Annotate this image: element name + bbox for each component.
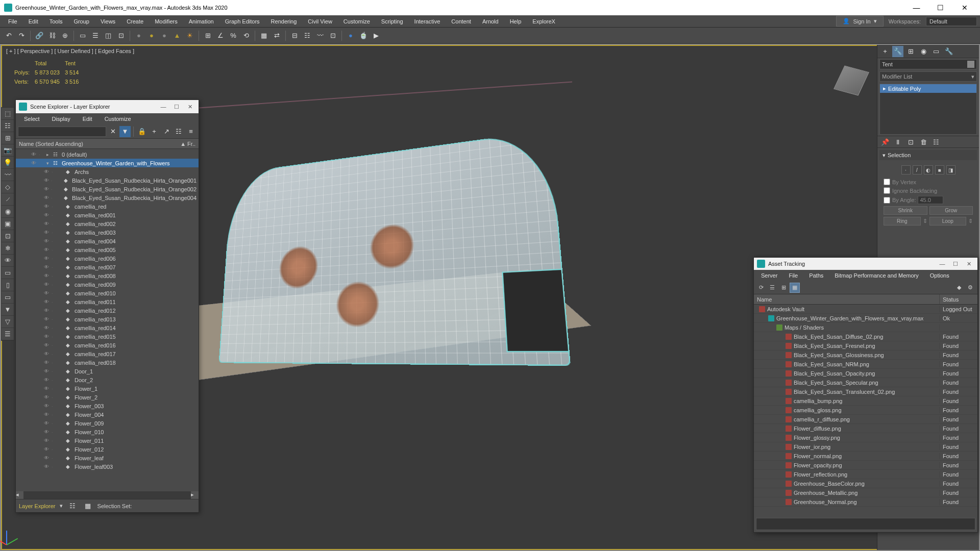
- freeze-icon[interactable]: ·: [52, 343, 58, 348]
- visibility-icon[interactable]: 👁: [44, 299, 50, 305]
- tree-row[interactable]: 👁·◆Flower_010: [16, 428, 199, 436]
- select-name-icon[interactable]: ☰: [90, 30, 101, 41]
- visibility-icon[interactable]: 👁: [44, 420, 50, 426]
- visibility-icon[interactable]: 👁: [44, 238, 50, 244]
- tree-row[interactable]: 👁·◆camellia_red012: [16, 306, 199, 315]
- freeze-icon[interactable]: ·: [52, 386, 58, 391]
- visibility-icon[interactable]: 👁: [44, 230, 50, 235]
- visibility-icon[interactable]: 👁: [44, 403, 50, 409]
- menu-animation[interactable]: Animation: [184, 17, 219, 26]
- freeze-icon[interactable]: ·: [52, 256, 58, 261]
- lt-shape-icon[interactable]: 〰: [2, 169, 14, 181]
- visibility-icon[interactable]: 👁: [44, 429, 50, 435]
- percent-snap-icon[interactable]: %: [228, 30, 239, 41]
- scene-search-input[interactable]: [18, 127, 106, 137]
- tree-row[interactable]: 👁·◆camellia_red004: [16, 237, 199, 245]
- freeze-icon[interactable]: ·: [39, 161, 45, 166]
- freeze-icon[interactable]: ·: [52, 404, 58, 409]
- freeze-icon[interactable]: ·: [52, 360, 58, 365]
- se-menu-select[interactable]: Select: [19, 114, 45, 123]
- at-menu-file[interactable]: File: [783, 271, 803, 280]
- bind-icon[interactable]: ⊕: [59, 30, 70, 41]
- lt-funnel-icon[interactable]: ▽: [2, 316, 14, 328]
- freeze-icon[interactable]: ·: [52, 247, 58, 253]
- tree-row[interactable]: 👁·◆Flower_leaf: [16, 454, 199, 462]
- menu-explorex[interactable]: ExploreX: [527, 17, 560, 26]
- lt-frozen-icon[interactable]: ❄: [2, 242, 14, 255]
- asset-row[interactable]: camellia_bump.pngFound: [754, 396, 977, 406]
- sphere-icon[interactable]: ●: [133, 30, 144, 41]
- at-maximize-icon[interactable]: ☐: [950, 261, 961, 267]
- menu-tools[interactable]: Tools: [44, 17, 68, 26]
- stack-editable-poly[interactable]: ▸Editable Poly: [880, 84, 976, 93]
- freeze-icon[interactable]: ·: [39, 152, 45, 157]
- tree-row[interactable]: 👁·◆camellia_red008: [16, 271, 199, 280]
- tree-row[interactable]: 👁·◆camellia_red015: [16, 332, 199, 341]
- loop-button[interactable]: Loop: [929, 217, 967, 226]
- lt-filter-icon[interactable]: ▼: [2, 304, 14, 316]
- freeze-icon[interactable]: ·: [51, 187, 57, 192]
- selection-region-icon[interactable]: ◫: [103, 30, 114, 41]
- lt-bone-icon[interactable]: ⟋: [2, 193, 14, 206]
- ring-button[interactable]: Ring: [884, 217, 921, 226]
- freeze-icon[interactable]: ·: [52, 204, 58, 209]
- lt-list-icon[interactable]: ☰: [2, 328, 14, 340]
- tree-row[interactable]: 👁·◆camellia_red016: [16, 341, 199, 349]
- asset-row[interactable]: Autodesk VaultLogged Out: [754, 305, 977, 314]
- tree-row[interactable]: 👁·◆Black_Eyed_Susan_Rudbeckia_Hirta_Oran…: [16, 185, 199, 193]
- modifier-stack[interactable]: ▸Editable Poly: [879, 84, 977, 135]
- visibility-icon[interactable]: 👁: [44, 290, 50, 296]
- visibility-icon[interactable]: 👁: [44, 438, 50, 443]
- configure-icon[interactable]: ☷: [930, 136, 942, 147]
- se-menu-customize[interactable]: Customize: [100, 114, 136, 123]
- layers-icon[interactable]: ☷: [302, 30, 313, 41]
- se-menu-edit[interactable]: Edit: [78, 114, 97, 123]
- minimize-button[interactable]: —: [905, 1, 928, 15]
- visibility-icon[interactable]: 👁: [44, 455, 50, 461]
- asset-row[interactable]: Flower_opacity.pngFound: [754, 461, 977, 470]
- tree-row[interactable]: 👁·◆camellia_red003: [16, 228, 199, 237]
- object-name-field[interactable]: Tent: [879, 59, 977, 69]
- visibility-icon[interactable]: 👁: [31, 152, 37, 157]
- menu-help[interactable]: Help: [505, 17, 527, 26]
- visibility-icon[interactable]: 👁: [44, 360, 50, 365]
- menu-interactive[interactable]: Interactive: [409, 17, 446, 26]
- modifier-list-dropdown[interactable]: Modifier List▾: [879, 71, 977, 82]
- grow-button[interactable]: Grow: [929, 206, 973, 215]
- freeze-icon[interactable]: ·: [52, 325, 58, 331]
- shrink-button[interactable]: Shrink: [884, 206, 927, 215]
- asset-row[interactable]: camellia_r_diffuse.pngFound: [754, 415, 977, 424]
- hierarchy-tab-icon[interactable]: ⊞: [905, 46, 916, 57]
- visibility-icon[interactable]: 👁: [44, 178, 50, 183]
- menu-modifiers[interactable]: Modifiers: [150, 17, 183, 26]
- lt-xref-icon[interactable]: ⊡: [2, 230, 14, 242]
- freeze-icon[interactable]: ·: [52, 282, 58, 287]
- menu-views[interactable]: Views: [95, 17, 120, 26]
- foot-dropdown-icon[interactable]: ▾: [60, 503, 63, 509]
- freeze-icon[interactable]: ·: [52, 430, 58, 435]
- modify-tab-icon[interactable]: 🔧: [892, 46, 903, 57]
- tree-row[interactable]: 👁·◆Flower_004: [16, 410, 199, 419]
- show-end-icon[interactable]: Ⅱ: [892, 136, 903, 147]
- edge-subobj-icon[interactable]: /: [913, 165, 922, 174]
- visibility-icon[interactable]: 👁: [44, 221, 50, 227]
- menu-group[interactable]: Group: [68, 17, 94, 26]
- menu-file[interactable]: File: [3, 17, 22, 26]
- tree-row[interactable]: 👁·◆Flower_003: [16, 402, 199, 410]
- menu-scripting[interactable]: Scripting: [376, 17, 408, 26]
- menu-create[interactable]: Create: [121, 17, 149, 26]
- tree-row[interactable]: 👁·◆camellia_red014: [16, 323, 199, 332]
- close-button[interactable]: ✕: [953, 1, 976, 15]
- freeze-icon[interactable]: ·: [52, 230, 58, 235]
- visibility-icon[interactable]: 👁: [44, 446, 50, 452]
- menu-customize[interactable]: Customize: [338, 17, 375, 26]
- visibility-icon[interactable]: 👁: [44, 169, 50, 174]
- se-lock-icon[interactable]: 🔒: [136, 126, 148, 137]
- tree-row[interactable]: 👁·◆camellia_red002: [16, 219, 199, 228]
- freeze-icon[interactable]: ·: [52, 447, 58, 452]
- freeze-icon[interactable]: ·: [52, 239, 58, 244]
- asset-row[interactable]: Maps / Shaders: [754, 323, 977, 332]
- align-icon[interactable]: ⊟: [289, 30, 300, 41]
- tree-row[interactable]: 👁·◆camellia_red018: [16, 358, 199, 367]
- lt-doc3-icon[interactable]: ▭: [2, 291, 14, 304]
